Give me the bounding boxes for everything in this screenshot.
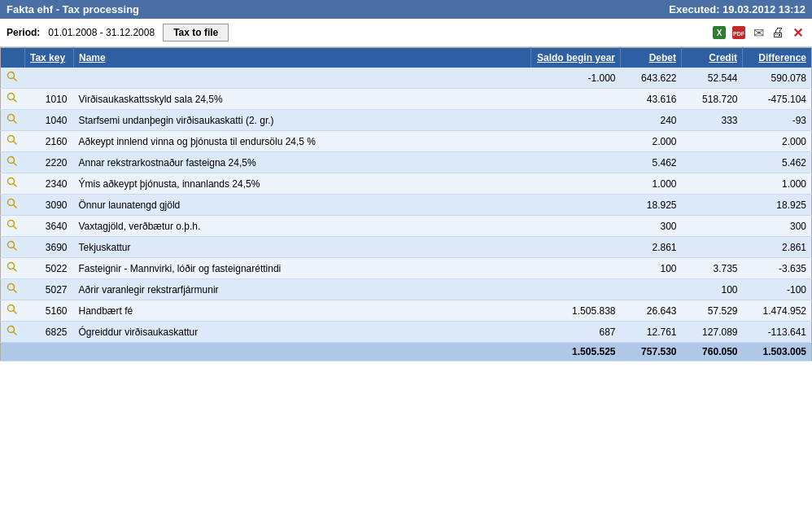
- svg-line-5: [13, 78, 16, 81]
- row-debet: 2.000: [621, 131, 682, 152]
- row-credit: [682, 195, 743, 216]
- row-tax-key: 3640: [25, 216, 74, 237]
- tax-table: Tax key Name Saldo begin year Debet Cred…: [0, 47, 812, 361]
- table-row: 3640Vaxtagjöld, verðbætur o.þ.h.300300: [1, 216, 812, 237]
- row-credit: 3.735: [682, 258, 743, 279]
- row-search-icon[interactable]: [1, 195, 25, 216]
- tax-file-button[interactable]: Tax to file: [163, 24, 229, 42]
- svg-line-23: [13, 269, 16, 272]
- table-row: 6825Ógreiddur virðisaukaskattur68712.761…: [1, 322, 812, 343]
- row-saldo: [531, 216, 621, 237]
- table-row: 5022Fasteignir - Mannvirki, lóðir og fas…: [1, 258, 812, 279]
- svg-line-11: [13, 142, 16, 145]
- svg-line-21: [13, 247, 16, 251]
- table-row: 3690Tekjuskattur2.8612.861: [1, 237, 812, 258]
- row-credit: 52.544: [682, 68, 743, 89]
- table-row: -1.000643.62252.544590.078: [1, 68, 812, 89]
- col-debet-header[interactable]: Debet: [621, 48, 682, 68]
- row-debet: 5.462: [621, 152, 682, 173]
- row-name: Aðrir varanlegir rekstrarfjármunir: [74, 279, 531, 300]
- svg-line-25: [13, 290, 16, 293]
- email-icon[interactable]: ✉: [750, 24, 766, 41]
- row-difference: 1.474.952: [743, 300, 812, 322]
- svg-line-19: [13, 226, 16, 230]
- row-search-icon[interactable]: [1, 68, 25, 89]
- row-name: [74, 68, 531, 89]
- row-search-icon[interactable]: [1, 110, 25, 131]
- toolbar: Period: 01.01.2008 - 31.12.2008 Tax to f…: [0, 19, 812, 47]
- row-name: Tekjuskattur: [74, 237, 531, 258]
- table-row: 5160Handbært fé1.505.83826.64357.5291.47…: [1, 300, 812, 322]
- export-pdf-icon[interactable]: PDF: [731, 24, 747, 41]
- row-tax-key: 2160: [25, 131, 74, 152]
- svg-line-9: [13, 120, 16, 124]
- row-search-icon[interactable]: [1, 258, 25, 279]
- row-difference: -93: [743, 110, 812, 131]
- row-search-icon[interactable]: [1, 152, 25, 173]
- table-total-row: 1.505.525757.530760.0501.503.005: [1, 343, 812, 361]
- row-search-icon[interactable]: [1, 89, 25, 110]
- row-name: Virðisaukaskattsskyld sala 24,5%: [74, 89, 531, 110]
- svg-line-13: [13, 163, 16, 166]
- row-debet: 12.761: [621, 322, 682, 343]
- svg-line-7: [13, 99, 16, 103]
- row-tax-key: [25, 68, 74, 89]
- print-icon[interactable]: 🖨: [770, 24, 786, 41]
- export-excel-icon[interactable]: X: [711, 24, 727, 41]
- col-difference-header[interactable]: Difference: [743, 48, 812, 68]
- row-difference: 2.000: [743, 131, 812, 152]
- table-row: 1040Starfsemi undanþegin virðisaukaskatt…: [1, 110, 812, 131]
- row-difference: -3.635: [743, 258, 812, 279]
- row-debet: 240: [621, 110, 682, 131]
- row-saldo: [531, 279, 621, 300]
- row-saldo: [531, 173, 621, 195]
- row-search-icon[interactable]: [1, 237, 25, 258]
- col-credit-header[interactable]: Credit: [682, 48, 743, 68]
- row-debet: 43.616: [621, 89, 682, 110]
- row-name: Önnur launatengd gjöld: [74, 195, 531, 216]
- period-label: Period:: [7, 27, 40, 38]
- row-search-icon[interactable]: [1, 131, 25, 152]
- row-search-icon[interactable]: [1, 279, 25, 300]
- row-tax-key: 1040: [25, 110, 74, 131]
- row-search-icon[interactable]: [1, 322, 25, 343]
- row-name: Annar rekstrarkostnaður fasteigna 24,5%: [74, 152, 531, 173]
- row-credit: 100: [682, 279, 743, 300]
- row-credit: 518.720: [682, 89, 743, 110]
- row-credit: 57.529: [682, 300, 743, 322]
- row-credit: [682, 237, 743, 258]
- row-debet: 26.643: [621, 300, 682, 322]
- row-saldo: -1.000: [531, 68, 621, 89]
- row-search-icon[interactable]: [1, 216, 25, 237]
- row-credit: [682, 152, 743, 173]
- col-name-header[interactable]: Name: [74, 48, 531, 68]
- total-debet: 757.530: [621, 343, 682, 361]
- row-name: Fasteignir - Mannvirki, lóðir og fasteig…: [74, 258, 531, 279]
- row-debet: 643.622: [621, 68, 682, 89]
- row-tax-key: 3090: [25, 195, 74, 216]
- period-value: 01.01.2008 - 31.12.2008: [48, 27, 155, 38]
- row-search-icon[interactable]: [1, 173, 25, 195]
- row-saldo: 687: [531, 322, 621, 343]
- total-saldo: 1.505.525: [531, 343, 621, 361]
- row-difference: -475.104: [743, 89, 812, 110]
- row-name: Vaxtagjöld, verðbætur o.þ.h.: [74, 216, 531, 237]
- row-name: Ýmis aðkeypt þjónusta, innanlands 24,5%: [74, 173, 531, 195]
- total-credit: 760.050: [682, 343, 743, 361]
- row-difference: 590.078: [743, 68, 812, 89]
- row-debet: 100: [621, 258, 682, 279]
- row-debet: [621, 279, 682, 300]
- col-saldo-header[interactable]: Saldo begin year: [531, 48, 621, 68]
- row-difference: 1.000: [743, 173, 812, 195]
- row-search-icon[interactable]: [1, 300, 25, 322]
- row-difference: 18.925: [743, 195, 812, 216]
- svg-text:PDF: PDF: [733, 31, 745, 37]
- col-icon-header: [1, 48, 25, 68]
- row-tax-key: 2220: [25, 152, 74, 173]
- col-taxkey-header[interactable]: Tax key: [25, 48, 74, 68]
- row-credit: [682, 131, 743, 152]
- close-icon[interactable]: ✕: [789, 24, 805, 41]
- row-debet: 18.925: [621, 195, 682, 216]
- toolbar-right: X PDF ✉ 🖨 ✕: [711, 24, 805, 41]
- row-saldo: [531, 258, 621, 279]
